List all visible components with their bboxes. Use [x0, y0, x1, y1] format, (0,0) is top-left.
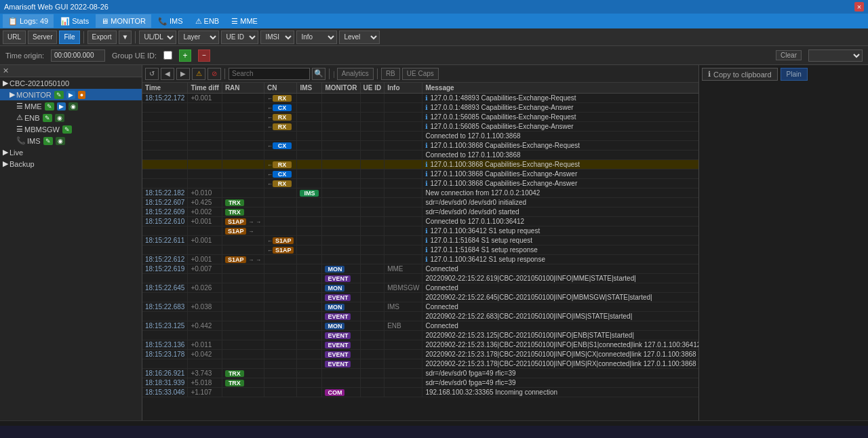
sidebar-close-button[interactable]: ✕: [3, 66, 9, 75]
menu-logs[interactable]: 📋 Logs: 49: [3, 14, 54, 28]
imsi-select[interactable]: IMSI: [260, 31, 294, 44]
table-row[interactable]: ←S1AP ℹ127.0.1.1:51684 S1 setup response: [142, 245, 698, 255]
sidebar-item-enb[interactable]: ⚠ ENB ✎ ◉: [0, 112, 142, 123]
warn-button[interactable]: ⚠: [192, 68, 205, 80]
menu-monitor[interactable]: 🖥 MONITOR: [96, 14, 151, 28]
table-row[interactable]: 18:15:22.182 +0.010 IMS New connection f…: [142, 188, 698, 198]
table-row[interactable]: 18:15:22.611 +0.001 ←S1AP ℹ127.0.1.1:516…: [142, 236, 698, 245]
cn-arrow-left: ←: [267, 143, 273, 149]
table-row[interactable]: 18:15:22.612 +0.001 S1AP → → ℹ127.0.1.10…: [142, 255, 698, 264]
cell-monitor: [322, 122, 360, 132]
sidebar-item-mme[interactable]: ☰ MME ✎ ▶ ◉: [0, 100, 142, 112]
table-row[interactable]: ←CX ℹ127.0.0.1:48893 Capabilities-Exchan…: [142, 103, 698, 113]
prev-button[interactable]: ◀: [161, 68, 174, 80]
table-row[interactable]: ←CX ℹ127.0.1.100:3868 Capabilities-Excha…: [142, 170, 698, 179]
filter-dropdown[interactable]: [808, 49, 863, 62]
uldl-select[interactable]: UL/DLULDL: [139, 31, 176, 44]
sidebar: ✕ ▶ CBC-2021050100 ▶ MONITOR ✎ ▶ ● ☰ MME…: [0, 65, 142, 420]
table-row[interactable]: 18:15:22.645 +0.026 MON MBMSGW Connected: [142, 283, 698, 293]
table-row[interactable]: 18:15:22.607 +0.425 TRX sdr=/dev/sdr0 /d…: [142, 198, 698, 207]
table-row[interactable]: 18:15:33.046 +1.107 COM 192.168.100.32:3…: [142, 388, 698, 397]
table-row[interactable]: EVENT 20220902-22:15:22.619|CBC-20210501…: [142, 274, 698, 283]
sidebar-item-backup[interactable]: ▶ Backup: [0, 158, 142, 170]
url-button[interactable]: URL: [3, 31, 26, 44]
filter-icon-button[interactable]: 🔍: [312, 68, 326, 80]
table-row[interactable]: Connected to 127.0.1.100:3868: [142, 132, 698, 141]
table-row[interactable]: 18:15:23.136 +0.011 EVENT 20220902-22:15…: [142, 340, 698, 350]
add-filter-button[interactable]: +: [179, 49, 191, 62]
table-row[interactable]: ←RX ℹ127.0.0.1:56085 Capabilities-Exchan…: [142, 113, 698, 122]
copy-icon: ℹ: [708, 70, 711, 79]
sidebar-item-cbc[interactable]: ▶ CBC-2021050100: [0, 77, 142, 89]
rb-button[interactable]: RB: [381, 68, 400, 80]
menu-mme[interactable]: ☰ MME: [226, 14, 263, 28]
table-row[interactable]: 18:16:26.921 +3.743 TRX sdr=/dev/sdr0 fp…: [142, 369, 698, 378]
table-row[interactable]: EVENT 20220902-22:15:22.645|CBC-20210501…: [142, 293, 698, 302]
cell-time: 18:15:23.125: [142, 321, 188, 331]
ueid-select[interactable]: UE ID: [221, 31, 258, 44]
table-row[interactable]: EVENT 20220902-22:15:22.683|CBC-20210501…: [142, 312, 698, 321]
horizontal-scrollbar[interactable]: [0, 420, 868, 426]
next-button[interactable]: ▶: [176, 68, 190, 80]
table-row[interactable]: ←RX ℹ127.0.0.1:56085 Capabilities-Exchan…: [142, 122, 698, 132]
search-input[interactable]: [229, 68, 310, 80]
export-button[interactable]: Export: [87, 31, 117, 44]
cell-ran: S1AP → →: [222, 255, 264, 264]
cell-timediff: +0.002: [188, 207, 222, 217]
close-button[interactable]: ×: [854, 2, 864, 12]
error-button[interactable]: ⊘: [208, 68, 221, 80]
table-row[interactable]: ←CX ℹ127.0.1.100:3868 Capabilities-Excha…: [142, 141, 698, 151]
clear-filter-button[interactable]: −: [198, 49, 210, 62]
table-row[interactable]: ←RX ℹ127.0.1.100:3868 Capabilities-Excha…: [142, 179, 698, 188]
refresh-button[interactable]: ↺: [145, 68, 159, 80]
server-button[interactable]: Server: [28, 31, 57, 44]
table-row[interactable]: 18:15:22.619 +0.007 MON MME Connected: [142, 264, 698, 274]
level-select[interactable]: Level: [339, 31, 380, 44]
cell-time: [142, 274, 188, 283]
menu-stats[interactable]: 📊 Stats: [55, 14, 94, 28]
table-row[interactable]: 18:15:22.610 +0.001 S1AP → → Connected t…: [142, 217, 698, 226]
ue-caps-button[interactable]: UE Caps: [402, 68, 439, 80]
layer-select[interactable]: Layer: [178, 31, 219, 44]
table-row[interactable]: 18:15:23.125 +0.442 MON ENB Connected: [142, 321, 698, 331]
sidebar-item-mbmsgw[interactable]: ☰ MBMSGW ✎: [0, 123, 142, 135]
table-row[interactable]: 18:15:23.178 +0.042 EVENT 20220902-22:15…: [142, 350, 698, 359]
log-table-container[interactable]: Time Time diff RAN CN IMS MONITOR UE ID …: [142, 83, 698, 420]
analytics-button[interactable]: Analytics: [337, 68, 374, 80]
clear-button[interactable]: Clear: [776, 50, 802, 60]
table-row[interactable]: S1AP → ℹ127.0.1.100:36412 S1 setup reque…: [142, 226, 698, 236]
time-origin-input[interactable]: [51, 49, 105, 62]
group-ueid-checkbox[interactable]: [163, 51, 172, 60]
menu-enb[interactable]: ⚠ ENB: [190, 14, 225, 28]
cell-monitor: EVENT: [322, 359, 360, 369]
table-row[interactable]: 18:15:22.609 +0.002 TRX sdr=/dev/sdr0 /d…: [142, 207, 698, 217]
menu-ims[interactable]: 📞 IMS: [153, 14, 189, 28]
sidebar-item-monitor[interactable]: ▶ MONITOR ✎ ▶ ●: [0, 89, 142, 100]
col-cn: CN: [264, 83, 297, 94]
cell-timediff: +0.001: [188, 236, 222, 245]
cell-ran: S1AP →: [222, 226, 264, 236]
cell-monitor: EVENT: [322, 350, 360, 359]
table-row[interactable]: EVENT 20220902-22:15:23.178|CBC-20210501…: [142, 359, 698, 369]
plain-button[interactable]: Plain: [781, 68, 808, 81]
table-row[interactable]: 18:15:22.683 +0.038 MON IMS Connected: [142, 302, 698, 312]
copy-to-clipboard-button[interactable]: ℹ Copy to clipboard: [702, 68, 778, 81]
cell-message: ℹ127.0.0.1:48893 Capabilities-Exchange-R…: [422, 94, 698, 103]
extra-button[interactable]: ▼: [119, 31, 132, 44]
cell-ran: [222, 113, 264, 122]
table-row[interactable]: Connected to 127.0.1.100:3868: [142, 151, 698, 160]
table-row[interactable]: 18:18:31.939 +5.018 TRX sdr=/dev/sdr0 fp…: [142, 378, 698, 388]
sidebar-item-ims[interactable]: 📞 IMS ✎ ◉: [0, 135, 142, 146]
cell-message: 20220902-22:15:23.136|CBC-2021050100|INF…: [422, 340, 698, 350]
cell-ims: [297, 264, 322, 274]
sidebar-item-live[interactable]: ▶ Live: [0, 146, 142, 158]
table-row[interactable]: 18:15:22.172 +0.001 ←RX ℹ127.0.0.1:48893…: [142, 94, 698, 103]
info-select[interactable]: Info: [296, 31, 337, 44]
tag-trx: TRX: [225, 380, 244, 386]
file-button[interactable]: File: [59, 31, 79, 44]
cell-ran: [222, 293, 264, 302]
tag-s1ap: S1AP: [273, 237, 294, 244]
table-row[interactable]: EVENT 20220902-22:15:23.125|CBC-20210501…: [142, 331, 698, 340]
cell-cn: [264, 302, 297, 312]
table-row[interactable]: ←RX ℹ127.0.1.100:3868 Capabilities-Excha…: [142, 160, 698, 170]
